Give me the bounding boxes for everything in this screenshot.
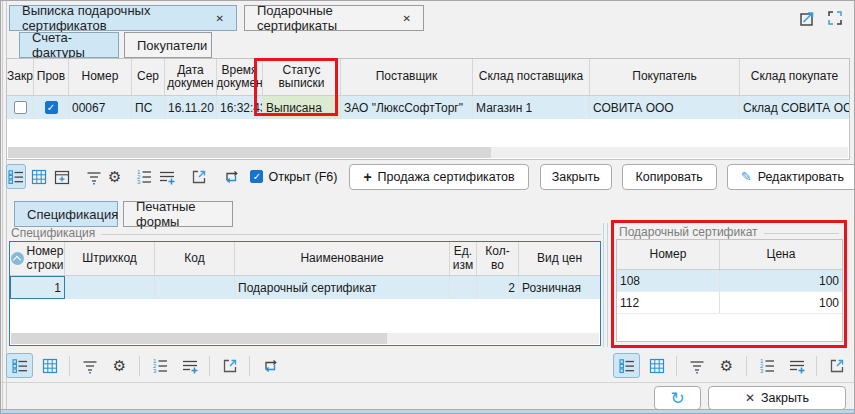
col-postavshchik[interactable]: Поставщик — [341, 59, 473, 95]
tab-pechatnye-formy[interactable]: Печатные формы — [123, 201, 233, 227]
horizontal-scrollbar[interactable] — [8, 147, 848, 158]
group-line — [101, 234, 601, 235]
add-row-button[interactable] — [157, 164, 177, 189]
filter-icon — [688, 357, 706, 375]
numbered-list-button[interactable]: 1 2 3 — [753, 353, 780, 378]
pencil-icon: ✎ — [741, 169, 752, 184]
numbered-list-button[interactable]: 1 2 3 — [134, 164, 154, 189]
list-view-icon — [11, 357, 29, 375]
toolbar-separator — [139, 356, 140, 376]
gift-row[interactable]: 108 100 — [617, 270, 842, 292]
refresh-button[interactable]: ↻ — [654, 386, 701, 410]
view-list-button[interactable] — [6, 353, 33, 378]
invoice-row[interactable]: ✓ 00067 ПС 16.11.20 16:32:43 Выписана ЗА… — [7, 96, 849, 119]
tab-pokupateli[interactable]: Покупатели — [124, 32, 212, 58]
gift-col-number[interactable]: Номер — [617, 240, 720, 269]
filter-button[interactable] — [84, 164, 104, 189]
settings-button[interactable]: ⚙ — [107, 164, 122, 189]
open-f6-label: Открыт (F6) — [268, 170, 337, 184]
close-window-button[interactable]: ✕ Закрыть — [708, 386, 846, 410]
tab-vypiska-sertifikatov[interactable]: Выписка подарочных сертификатов ✕ — [9, 5, 237, 31]
col-ser[interactable]: Сер — [132, 59, 165, 95]
close-document-button[interactable]: Закрыть — [540, 164, 612, 190]
tab-scheta-faktury[interactable]: Счета-фактуры — [19, 32, 119, 58]
col-data[interactable]: Дата докумен — [165, 59, 217, 95]
tab-label: Счета-фактуры — [32, 30, 106, 60]
sell-certificates-button[interactable]: + Продажа сертификатов — [349, 164, 528, 190]
col-nomer[interactable]: Номер — [69, 59, 132, 95]
toolbar-separator — [69, 356, 70, 376]
spec-header-row: Номер строки Штрихкод Код Наименование Е… — [10, 242, 600, 276]
col-sklad-postavshchika[interactable]: Склад поставщика — [473, 59, 590, 95]
popout-window-button[interactable] — [794, 7, 819, 29]
reread-button[interactable] — [256, 353, 283, 378]
close-tab-icon[interactable]: ✕ — [403, 13, 411, 24]
checkbox-checked[interactable]: ✓ — [250, 170, 263, 183]
cell-sklad-pokupatelya: Склад СОВИТА ОС — [740, 96, 849, 119]
view-grid-button[interactable] — [36, 353, 63, 378]
open-external-button[interactable] — [189, 164, 209, 189]
open-f6-checkbox[interactable]: ✓ Открыт (F6) — [250, 170, 337, 184]
numbered-list-icon: 1 2 3 — [151, 357, 169, 375]
svg-text:3: 3 — [760, 368, 764, 374]
add-row-button[interactable] — [176, 353, 203, 378]
col-sklad-pokupatelya[interactable]: Склад покупате — [740, 59, 849, 95]
spec-row[interactable]: 1 Подарочный сертификат 2 Розничная — [10, 276, 600, 299]
fullscreen-button[interactable] — [822, 7, 847, 29]
numbered-list-button[interactable]: 1 2 3 — [146, 353, 173, 378]
sort-asc-icon[interactable] — [11, 252, 24, 265]
app-window: Выписка подарочных сертификатов ✕ Подаро… — [0, 0, 855, 414]
spec-group-title: Спецификация — [11, 226, 601, 240]
filter-button[interactable] — [683, 353, 710, 378]
group-label: Подарочный сертификат — [619, 225, 758, 239]
cell-vremya: 16:32:43 — [217, 96, 263, 119]
cell-ser: ПС — [132, 96, 165, 119]
cell-code — [155, 276, 235, 299]
spec-col-name[interactable]: Наименование — [235, 242, 450, 275]
fullscreen-icon — [825, 8, 845, 28]
open-external-button[interactable] — [823, 353, 850, 378]
spec-col-line[interactable]: Номер строки — [10, 242, 65, 275]
reread-button[interactable] — [221, 164, 241, 189]
copy-button[interactable]: Копировать — [622, 164, 717, 190]
view-list-button[interactable] — [613, 353, 640, 378]
spec-col-price-type[interactable]: Вид цен — [519, 242, 600, 275]
spec-col-unit[interactable]: Ед. изм — [450, 242, 477, 275]
tab-specifikaciya[interactable]: Спецификация — [14, 201, 118, 227]
close-x-icon: ✕ — [745, 391, 755, 405]
checkbox-unchecked[interactable] — [14, 101, 27, 114]
add-row-button[interactable] — [783, 353, 810, 378]
panel-splitter[interactable] — [603, 223, 608, 347]
gift-col-price[interactable]: Цена — [720, 240, 842, 269]
edit-button[interactable]: ✎ Редактировать — [727, 164, 855, 190]
tab-label: Выписка подарочных сертификатов — [22, 3, 204, 33]
toolbar-separator — [816, 356, 817, 376]
view-grid-button[interactable] — [29, 164, 49, 189]
refresh-icon: ↻ — [670, 390, 684, 407]
filter-icon — [81, 357, 99, 375]
checkbox-checked[interactable]: ✓ — [45, 101, 58, 114]
settings-button[interactable]: ⚙ — [106, 353, 133, 378]
filter-button[interactable] — [76, 353, 103, 378]
spec-col-barcode[interactable]: Штрихкод — [65, 242, 155, 275]
col-prov[interactable]: Пров — [34, 59, 69, 95]
spec-col-qty[interactable]: Кол-во — [477, 242, 519, 275]
col-pokupatel[interactable]: Покупатель — [590, 59, 740, 95]
gift-row[interactable]: 112 100 — [617, 292, 842, 314]
view-calendar-button[interactable] — [52, 164, 72, 189]
spec-table: Номер строки Штрихкод Код Наименование Е… — [9, 241, 601, 346]
open-external-button[interactable] — [216, 353, 243, 378]
plus-icon: + — [363, 169, 371, 185]
view-grid-button[interactable] — [643, 353, 670, 378]
col-status[interactable]: Статус выписки — [263, 59, 341, 95]
scrollbar-thumb[interactable] — [11, 333, 387, 344]
settings-button[interactable]: ⚙ — [713, 353, 740, 378]
horizontal-scrollbar[interactable] — [11, 333, 599, 344]
spec-col-code[interactable]: Код — [155, 242, 235, 275]
col-zakr[interactable]: Закр — [7, 59, 34, 95]
col-vremya[interactable]: Время докумен — [217, 59, 263, 95]
tab-podarochnye-sertifikaty[interactable]: Подарочные сертификаты ✕ — [244, 5, 424, 31]
scrollbar-thumb[interactable] — [8, 147, 491, 158]
close-tab-icon[interactable]: ✕ — [216, 13, 224, 24]
view-list-button[interactable] — [6, 164, 26, 189]
